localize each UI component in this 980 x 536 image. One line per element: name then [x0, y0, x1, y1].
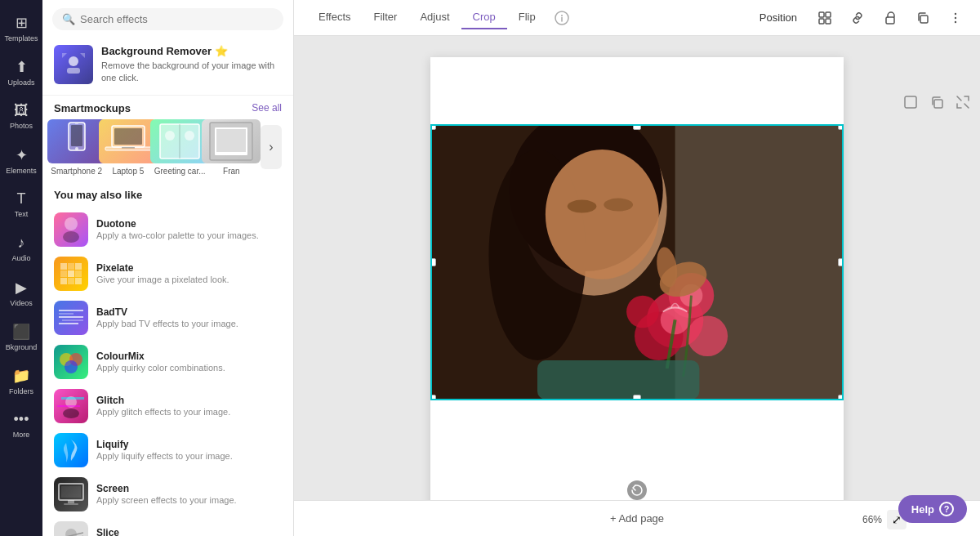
tab-adjust[interactable]: Adjust: [408, 6, 461, 29]
svg-rect-7: [114, 128, 142, 145]
zoom-level: 66%: [862, 514, 882, 525]
mockup-frame-label: Fran: [223, 167, 240, 176]
liquify-name: Liquify: [96, 439, 233, 450]
sidebar-item-folders[interactable]: 📁 Folders: [2, 360, 41, 402]
svg-rect-16: [216, 129, 246, 152]
effect-colormix[interactable]: ColourMix Apply quirky color combination…: [42, 340, 293, 384]
svg-point-69: [604, 199, 633, 212]
tab-crop[interactable]: Crop: [461, 6, 507, 29]
effect-duotone[interactable]: Duotone Apply a two-color palette to you…: [42, 208, 293, 252]
you-may-also-like-title: You may also like: [42, 185, 293, 208]
effect-badtv[interactable]: BadTV Apply bad TV effects to your image…: [42, 296, 293, 340]
effect-pixelate[interactable]: Pixelate Give your image a pixelated loo…: [42, 252, 293, 296]
mockup-frame[interactable]: Fran: [209, 119, 254, 176]
svg-point-0: [69, 56, 78, 66]
select-icon[interactable]: [900, 92, 921, 113]
handle-bottom-right[interactable]: [838, 395, 844, 400]
svg-rect-27: [75, 278, 82, 284]
templates-icon: ⊞: [16, 14, 28, 32]
svg-rect-37: [61, 397, 84, 400]
svg-rect-63: [675, 126, 842, 399]
svg-rect-24: [75, 270, 82, 277]
grid-icon[interactable]: [813, 7, 836, 29]
search-container: 🔍: [52, 8, 283, 30]
sidebar-item-uploads[interactable]: ⬆ Uploads: [2, 51, 41, 93]
duplicate-icon[interactable]: [911, 7, 934, 29]
effect-slice[interactable]: Slice Apply slice effects to your image.: [42, 516, 293, 536]
sidebar-item-more[interactable]: ••• More: [2, 404, 41, 446]
screen-info: Screen Apply screen effects to your imag…: [96, 483, 237, 505]
mockup-smartphone[interactable]: Smartphone 2: [54, 119, 99, 176]
smartmockups-header: Smartmockups See all: [42, 96, 293, 119]
svg-rect-79: [537, 360, 699, 399]
folders-icon: 📁: [12, 367, 30, 385]
lock-icon[interactable]: [879, 7, 902, 29]
duotone-desc: Apply a two-color palette to your images…: [96, 230, 259, 240]
svg-rect-38: [57, 405, 80, 407]
slice-info: Slice Apply slice effects to your image.: [96, 527, 228, 536]
effect-screen[interactable]: Screen Apply screen effects to your imag…: [42, 472, 293, 516]
handle-bottom-middle[interactable]: [633, 395, 641, 400]
sidebar-item-background[interactable]: ⬛ Bkground: [2, 315, 41, 358]
tab-effects[interactable]: Effects: [307, 6, 363, 29]
tab-flip[interactable]: Flip: [507, 6, 547, 29]
duotone-name: Duotone: [96, 218, 259, 230]
handle-middle-right[interactable]: [838, 258, 844, 266]
svg-point-4: [75, 147, 78, 150]
mockup-greeting[interactable]: Greeting car...: [158, 119, 203, 176]
svg-rect-54: [826, 19, 831, 24]
selected-image[interactable]: ↻: [430, 124, 844, 400]
handle-top-left[interactable]: [430, 124, 436, 130]
glitch-name: Glitch: [96, 395, 230, 406]
sidebar-item-audio[interactable]: ♪ Audio: [2, 227, 41, 270]
link-icon[interactable]: [846, 7, 869, 29]
liquify-thumb: [54, 433, 88, 467]
handle-top-middle[interactable]: [633, 124, 641, 130]
canvas-action-buttons: [893, 85, 980, 119]
svg-point-67: [546, 150, 659, 279]
badtv-thumb: [54, 301, 88, 335]
sidebar-item-photos[interactable]: 🖼 Photos: [2, 95, 41, 137]
svg-point-18: [63, 231, 79, 243]
mockup-more-btn[interactable]: ›: [261, 125, 282, 169]
sidebar-item-text[interactable]: T Text: [2, 183, 41, 226]
sidebar-item-videos[interactable]: ▶ Videos: [2, 271, 41, 314]
copy-icon[interactable]: [926, 92, 947, 113]
smartmockups-title: Smartmockups: [54, 102, 131, 114]
handle-bottom-left[interactable]: [430, 395, 436, 400]
svg-point-12: [165, 131, 175, 141]
svg-rect-43: [64, 503, 78, 505]
background-remover-thumbnail: [54, 45, 93, 84]
handle-middle-left[interactable]: [430, 258, 436, 266]
mockup-smartphone-thumb: [47, 119, 106, 163]
handle-top-right[interactable]: [838, 124, 844, 130]
slice-name: Slice: [96, 527, 228, 536]
tab-filter[interactable]: Filter: [363, 6, 409, 29]
see-all-link[interactable]: See all: [252, 102, 282, 114]
background-icon: ⬛: [12, 323, 30, 341]
svg-point-74: [626, 296, 659, 328]
help-label: Help: [911, 503, 934, 516]
search-input[interactable]: [80, 13, 274, 25]
svg-rect-21: [75, 263, 82, 270]
screen-name: Screen: [96, 483, 237, 494]
effect-glitch[interactable]: Glitch Apply glitch effects to your imag…: [42, 384, 293, 428]
more-options-icon[interactable]: [944, 7, 967, 29]
mockup-laptop-thumb: [99, 119, 158, 163]
videos-icon: ▶: [16, 279, 27, 297]
svg-rect-19: [60, 263, 67, 270]
position-button[interactable]: Position: [753, 8, 804, 27]
effect-liquify[interactable]: Liquify Apply liquify effects to your im…: [42, 428, 293, 472]
info-button[interactable]: [550, 7, 573, 29]
text-icon: T: [17, 190, 26, 208]
colormix-thumb: [54, 345, 88, 379]
mockup-laptop[interactable]: Laptop 5: [105, 119, 150, 176]
expand-icon[interactable]: [952, 92, 973, 113]
svg-rect-26: [68, 278, 74, 284]
background-remover-item[interactable]: Background Remover ⭐ Remove the backgrou…: [42, 38, 293, 96]
sidebar-item-elements[interactable]: ✦ Elements: [2, 139, 41, 181]
help-button[interactable]: Help ?: [898, 495, 967, 523]
sidebar-item-templates[interactable]: ⊞ Templates: [2, 7, 41, 49]
pixelate-info: Pixelate Give your image a pixelated loo…: [96, 262, 229, 284]
colormix-info: ColourMix Apply quirky color combination…: [96, 351, 225, 373]
